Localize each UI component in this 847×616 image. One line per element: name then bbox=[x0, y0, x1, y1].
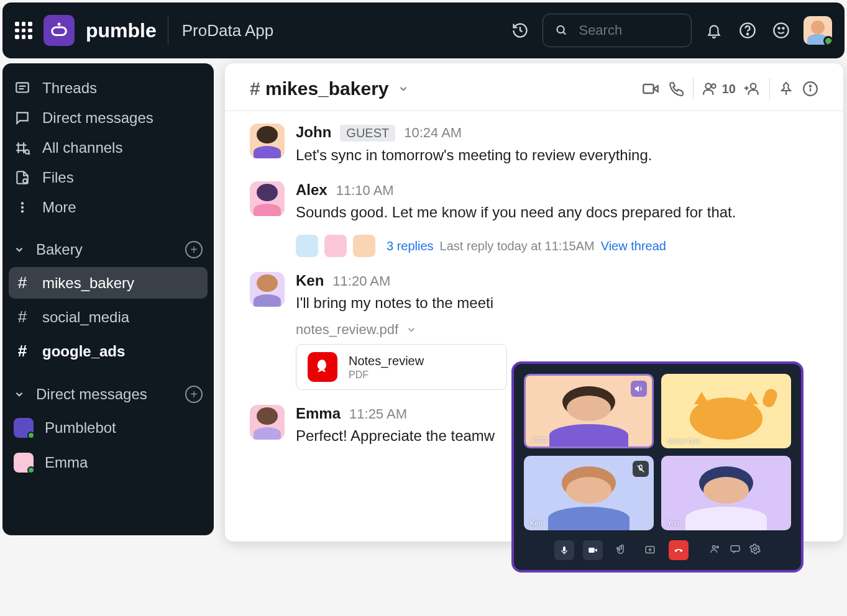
section-title: Direct messages bbox=[36, 386, 147, 403]
participants-icon[interactable] bbox=[710, 543, 721, 557]
end-call-button[interactable] bbox=[669, 540, 689, 560]
pdf-icon bbox=[308, 352, 337, 382]
screen-share-button[interactable] bbox=[640, 540, 660, 560]
call-participant-tile[interactable]: Meow Doe bbox=[661, 374, 791, 448]
member-count[interactable]: 10 bbox=[702, 81, 736, 97]
call-participant-tile[interactable]: You bbox=[661, 456, 791, 530]
svg-point-25 bbox=[705, 83, 711, 89]
svg-point-5 bbox=[747, 34, 748, 35]
svg-point-26 bbox=[712, 84, 716, 88]
channel-item[interactable]: #google_ads bbox=[9, 335, 208, 367]
last-reply: Last reply today at 11:15AM bbox=[440, 239, 595, 253]
participant-name: Ken bbox=[530, 519, 543, 527]
nav-channels[interactable]: All channels bbox=[9, 133, 208, 163]
svg-marker-34 bbox=[635, 386, 639, 392]
nav-label: All channels bbox=[42, 139, 122, 156]
svg-point-21 bbox=[21, 206, 24, 209]
thread-info[interactable]: 3 repliesLast reply today at 11:15AM Vie… bbox=[296, 235, 818, 257]
nav-dm[interactable]: Direct messages bbox=[9, 103, 208, 133]
help-icon[interactable] bbox=[736, 19, 759, 42]
channel-item[interactable]: #mikes_bakery bbox=[9, 267, 208, 299]
thread-avatar bbox=[353, 235, 375, 257]
dm-avatar bbox=[14, 453, 34, 473]
chevron-down-icon bbox=[14, 389, 25, 400]
message-author[interactable]: Emma bbox=[296, 405, 341, 422]
sidebar: ThreadsDirect messagesAll channelsFilesM… bbox=[2, 63, 214, 535]
message-author[interactable]: Ken bbox=[296, 272, 324, 289]
svg-point-1 bbox=[58, 23, 61, 26]
call-participant-tile[interactable]: Ken bbox=[524, 456, 654, 530]
info-icon[interactable] bbox=[802, 81, 818, 97]
message-text: I'll bring my notes to the meeti bbox=[296, 292, 818, 314]
section-header[interactable]: Bakery+ bbox=[9, 235, 208, 265]
add-member-icon[interactable] bbox=[744, 81, 761, 97]
file-name: Notes_review bbox=[349, 354, 424, 368]
audio-call-icon[interactable] bbox=[668, 81, 684, 97]
message-author[interactable]: John bbox=[296, 124, 331, 141]
add-icon[interactable]: + bbox=[185, 386, 203, 403]
pin-icon[interactable] bbox=[779, 81, 794, 96]
search-box[interactable] bbox=[543, 14, 692, 47]
video-call-icon[interactable] bbox=[642, 80, 659, 97]
svg-rect-39 bbox=[588, 548, 594, 553]
search-icon bbox=[556, 23, 567, 38]
add-icon[interactable]: + bbox=[185, 241, 203, 258]
channel-header: # mikes_bakery 10 bbox=[225, 63, 843, 111]
threads-icon bbox=[14, 79, 31, 97]
svg-rect-0 bbox=[52, 27, 66, 35]
dm-item[interactable]: Emma bbox=[9, 446, 208, 479]
nav-label: Direct messages bbox=[42, 109, 153, 127]
apps-grid-icon[interactable] bbox=[15, 22, 32, 39]
svg-point-44 bbox=[717, 546, 718, 548]
message-author[interactable]: Alex bbox=[296, 181, 327, 199]
mic-button[interactable] bbox=[554, 540, 574, 560]
svg-line-3 bbox=[563, 32, 565, 34]
presence-indicator bbox=[823, 36, 832, 45]
settings-icon[interactable] bbox=[749, 543, 761, 557]
nav-label: Files bbox=[42, 169, 74, 186]
section-header[interactable]: Direct messages+ bbox=[9, 379, 208, 409]
video-call-overlay[interactable]: JohnMeow DoeKenYou bbox=[511, 361, 804, 573]
message-time: 11:25 AM bbox=[349, 406, 407, 422]
call-participant-tile[interactable]: John bbox=[524, 374, 654, 448]
chevron-down-icon bbox=[14, 244, 25, 255]
camera-button[interactable] bbox=[583, 540, 603, 560]
raise-hand-button[interactable] bbox=[611, 540, 631, 560]
hash-icon: # bbox=[14, 342, 31, 361]
svg-rect-37 bbox=[563, 546, 565, 551]
more-icon bbox=[14, 199, 31, 216]
channel-name: social_media bbox=[42, 309, 129, 326]
channels-icon bbox=[14, 139, 31, 156]
svg-rect-9 bbox=[16, 83, 29, 92]
svg-point-8 bbox=[782, 27, 784, 29]
svg-point-6 bbox=[774, 23, 788, 37]
svg-marker-40 bbox=[595, 548, 597, 551]
workspace-name[interactable]: ProData App bbox=[182, 21, 273, 40]
svg-point-2 bbox=[557, 26, 564, 33]
svg-point-43 bbox=[713, 546, 716, 549]
nav-more[interactable]: More bbox=[9, 192, 208, 222]
svg-point-27 bbox=[751, 83, 756, 89]
channel-title[interactable]: # mikes_bakery bbox=[250, 78, 389, 99]
chevron-down-icon[interactable] bbox=[398, 83, 409, 94]
svg-rect-23 bbox=[643, 84, 653, 93]
nav-label: More bbox=[42, 199, 76, 216]
nav-threads[interactable]: Threads bbox=[9, 73, 208, 103]
participant-name: You bbox=[667, 519, 679, 527]
search-input[interactable] bbox=[579, 22, 679, 38]
history-icon[interactable] bbox=[509, 19, 531, 42]
chat-icon[interactable] bbox=[730, 543, 741, 557]
channel-item[interactable]: #social_media bbox=[9, 301, 208, 333]
user-avatar[interactable] bbox=[804, 16, 832, 45]
chevron-down-icon[interactable] bbox=[406, 324, 417, 335]
message-time: 10:24 AM bbox=[404, 125, 462, 141]
dm-name: Pumblebot bbox=[45, 419, 116, 437]
thread-avatar bbox=[324, 235, 347, 257]
file-attachment[interactable]: Notes_reviewPDF bbox=[296, 344, 507, 390]
nav-files[interactable]: Files bbox=[9, 163, 208, 192]
emoji-icon[interactable] bbox=[770, 19, 792, 42]
file-label-row: notes_review.pdf bbox=[296, 322, 818, 338]
dm-item[interactable]: Pumblebot bbox=[9, 412, 208, 444]
notifications-icon[interactable] bbox=[703, 19, 725, 42]
view-thread-link[interactable]: View thread bbox=[601, 239, 666, 253]
